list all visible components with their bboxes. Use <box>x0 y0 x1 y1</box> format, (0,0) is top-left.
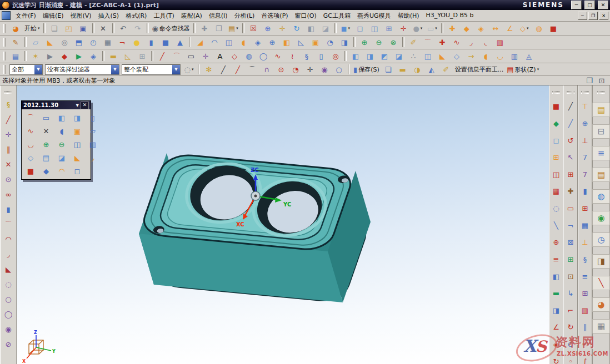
object-display-icon[interactable]: ◑ <box>410 64 424 75</box>
menu-item-8[interactable]: 分析(L) <box>231 11 258 21</box>
chevron-down-icon[interactable]: ▼ <box>172 65 180 74</box>
pocket-surface-icon[interactable]: ◖ <box>478 50 493 62</box>
maximize-button[interactable]: □ <box>584 1 595 9</box>
menu-item-9[interactable]: 首选项(P) <box>258 11 291 21</box>
intersect-icon[interactable]: ⊗ <box>386 36 401 48</box>
photo-cube-icon[interactable]: ◨ <box>549 304 563 316</box>
wireframe-view-icon[interactable]: ◻ <box>353 22 367 34</box>
trimmed-sheet-icon[interactable]: ◪ <box>54 151 69 164</box>
sketch-icon[interactable]: ✎ <box>8 36 23 48</box>
clipboard-icon[interactable]: ▤▾ <box>226 22 241 34</box>
plates-icon[interactable]: ≡ <box>578 270 592 282</box>
sketch-point-icon[interactable]: ✛ <box>1 128 16 140</box>
pillar-icon[interactable]: ▮ <box>578 185 592 198</box>
bend-icon[interactable]: ◞ <box>86 151 100 164</box>
chevron-down-icon[interactable]: ▼ <box>34 65 42 74</box>
command-finder-button[interactable]: ◉命令查找器 <box>151 22 192 34</box>
scope-dropdown[interactable]: 整个装配 ▼ <box>122 64 181 75</box>
open-file-icon[interactable]: ◰ <box>62 22 76 34</box>
frame-grid-icon[interactable]: ⊞ <box>578 287 592 300</box>
replay-icon[interactable]: ◈ <box>86 50 101 62</box>
chamfer-icon[interactable]: ◢ <box>193 36 207 48</box>
menu-item-2[interactable]: 视图(V) <box>67 11 94 21</box>
two-circle-icon[interactable]: ∞ <box>1 188 16 200</box>
through-mesh-icon[interactable]: ▥ <box>507 50 522 62</box>
step-arrow-icon[interactable]: ↳ <box>563 287 578 300</box>
mdi-restore-button[interactable]: ❐ <box>588 12 598 20</box>
palette-close-button[interactable]: ✕ <box>81 102 89 109</box>
anchor-point-icon[interactable]: ⊙ <box>563 338 578 351</box>
curve-length-icon[interactable]: ∿ <box>449 36 464 48</box>
text-on-curve-icon[interactable]: ◎ <box>328 50 343 62</box>
menu-item-5[interactable]: 工具(T) <box>150 11 177 21</box>
reuse-library-tab[interactable]: ▤ <box>592 168 610 182</box>
cursor-select-icon[interactable]: ↖ <box>563 151 578 164</box>
move-dot-icon[interactable]: ◦ <box>563 355 578 364</box>
part-navigator-tab[interactable]: ≡ <box>592 146 610 160</box>
circle-point-icon[interactable]: ⊙ <box>1 173 16 185</box>
offset-face-icon[interactable]: ◨ <box>337 36 352 48</box>
palette-title-bar[interactable]: 2012.11.30 ▼ ✕ <box>22 101 91 109</box>
snap-intersection-icon[interactable]: ∩ <box>259 64 274 75</box>
facet-view-icon[interactable]: ⊞ <box>382 22 396 34</box>
roles-tab[interactable]: ◕ <box>592 297 610 312</box>
background-swatch-icon[interactable]: ▭▾ <box>425 22 439 34</box>
extract-curve-icon[interactable]: ▯ <box>86 112 100 124</box>
block-icon[interactable]: ■ <box>23 165 38 177</box>
profile-icon[interactable]: § <box>1 98 16 110</box>
stop-red-icon[interactable]: ◆ <box>57 50 72 62</box>
info-plane-button[interactable]: 设置信息平面工... <box>453 64 506 75</box>
pin-grid-icon[interactable]: ⊞ <box>578 203 592 215</box>
sew-icon[interactable]: ◖ <box>54 125 69 137</box>
extrude-icon[interactable]: ⬒ <box>72 36 86 48</box>
ruled-surface-icon[interactable]: ◩ <box>377 50 392 62</box>
spline-icon[interactable]: ∿ <box>23 125 38 137</box>
snap-midpoint-icon[interactable]: ╱ <box>231 64 245 75</box>
assembly-navigator-tab[interactable]: ▤ <box>592 103 610 117</box>
layer-settings-icon[interactable]: ❏ <box>381 64 396 75</box>
offset-curve-icon[interactable]: ◇ <box>227 50 242 62</box>
menu-item-10[interactable]: 窗口(O) <box>292 11 320 21</box>
constraint-nav-icon[interactable]: ◇▾ <box>517 22 532 34</box>
shape-button[interactable]: ▤形状(Z)▾ <box>505 64 541 75</box>
menu-item-11[interactable]: GC工具箱 <box>320 11 354 21</box>
static-wireframe-icon[interactable]: ◫ <box>367 22 382 34</box>
bars-icon[interactable]: ▦ <box>578 219 592 231</box>
close-window-icon[interactable]: ☒ <box>246 22 261 34</box>
angle-icon[interactable]: ∠ <box>549 321 563 333</box>
studio-surface-icon[interactable]: ◫ <box>421 50 435 62</box>
patch-icon[interactable]: ◍ <box>242 50 256 62</box>
tilted-square-icon[interactable]: ◈ <box>549 338 563 351</box>
menu-item-12[interactable]: 燕秀UG模具 <box>354 11 394 21</box>
clip-section-icon[interactable]: ✛ <box>396 22 411 34</box>
part-navigator-icon[interactable]: ▤ <box>8 50 23 62</box>
pipe-icon[interactable]: ▯ <box>314 50 328 62</box>
distance-constraint-icon[interactable]: ↔ <box>488 22 503 34</box>
menu-item-6[interactable]: 装配(A) <box>178 11 206 21</box>
green-diamond-icon[interactable]: ◆ <box>549 118 563 130</box>
target-move-icon[interactable]: ⊕ <box>578 118 592 130</box>
floating-palette[interactable]: 2012.11.30 ▼ ✕ ⌒▭◧◨▯∿✕◖▣▱◡⊕⊖◫▥◇▤◪◣◞■◆◠◻ <box>21 100 91 180</box>
zoom-in-icon[interactable]: ⊕ <box>261 22 275 34</box>
sheet-bend-icon[interactable]: ◠ <box>54 165 69 177</box>
angle-measure-icon[interactable]: ◺ <box>121 50 135 62</box>
scale-body-icon[interactable]: ◔ <box>323 36 337 48</box>
snap-tangent-icon[interactable]: ○ <box>332 64 346 75</box>
print-icon[interactable]: ◪ <box>318 22 333 34</box>
circle-center-icon[interactable]: ◌ <box>1 278 16 290</box>
cross-line-icon[interactable]: ✕ <box>1 158 16 170</box>
general-snap-icon[interactable]: ✻ <box>202 64 216 75</box>
point-line-icon[interactable]: ╱ <box>563 118 578 130</box>
pattern-icon[interactable]: ▥ <box>578 304 592 316</box>
offset-surface-icon[interactable]: ◇ <box>23 151 38 164</box>
manufacturing-wizard-tab[interactable]: ╲ <box>592 276 610 290</box>
redo-icon[interactable]: ↷ <box>131 22 145 34</box>
draft-icon[interactable]: ◺ <box>294 36 308 48</box>
assembly-constraint-icon[interactable]: ◆ <box>459 22 474 34</box>
four-point-surface-icon[interactable]: ◧ <box>348 50 363 62</box>
fold-surface-icon[interactable]: ◣ <box>435 50 449 62</box>
rotate-cw-icon[interactable]: ↻ <box>563 321 578 333</box>
small-rect-icon[interactable]: ▭ <box>563 203 578 215</box>
menu-item-4[interactable]: 格式(R) <box>122 11 150 21</box>
nx-logo-icon[interactable]: ◕ <box>8 22 23 34</box>
